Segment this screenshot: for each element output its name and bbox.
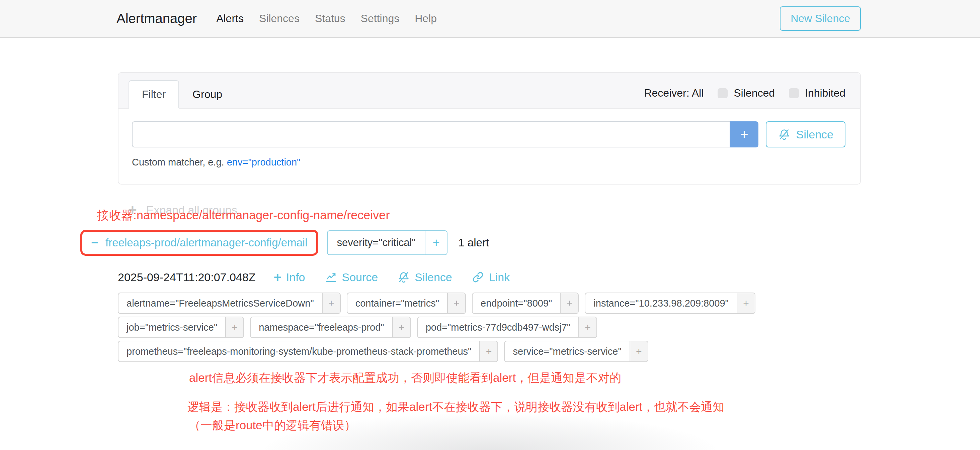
alert-groups-section: + Expand all groups 接收器:namespace/alterm… bbox=[118, 203, 861, 433]
annotation-receiver-note: 接收器:namespace/altermanager-config-name/r… bbox=[97, 207, 861, 223]
receiver-filter[interactable]: Receiver: All bbox=[644, 87, 703, 99]
tab-filter[interactable]: Filter bbox=[129, 80, 179, 109]
group-matcher-add-button[interactable]: + bbox=[425, 231, 447, 254]
filter-panel-body: + Silence Custom matcher, e.g. env="prod… bbox=[118, 109, 860, 184]
label-tag: endpoint="8009" + bbox=[472, 293, 579, 314]
info-action-label: Info bbox=[286, 271, 305, 284]
label-text[interactable]: job="metrics-service" bbox=[118, 317, 225, 338]
receiver-group-name: freeleaps-prod/alertmanager-config/email bbox=[105, 236, 307, 249]
link-icon bbox=[472, 271, 484, 284]
silence-action-label: Silence bbox=[415, 271, 452, 284]
nav-item-status[interactable]: Status bbox=[315, 13, 345, 25]
silenced-checkbox[interactable]: Silenced bbox=[718, 87, 775, 99]
bell-slash-icon bbox=[778, 128, 791, 141]
annotation-logic-note-line2: （一般是route中的逻辑有错误） bbox=[189, 418, 861, 433]
silence-button-label: Silence bbox=[796, 128, 834, 141]
annotation-alert-note: alert信息必须在接收器下才表示配置成功，否则即使能看到alert，但是通知是… bbox=[189, 370, 861, 386]
silence-from-filter-button[interactable]: Silence bbox=[766, 121, 845, 147]
alert-detail: 2025-09-24T11:20:07.048Z + Info Source bbox=[118, 271, 861, 433]
alert-group-row: − freeleaps-prod/alertmanager-config/ema… bbox=[80, 230, 861, 256]
label-add-button[interactable]: + bbox=[630, 341, 648, 361]
matcher-row: + Silence bbox=[132, 121, 845, 147]
label-add-button[interactable]: + bbox=[447, 293, 465, 313]
navbar: Alertmanager Alerts Silences Status Sett… bbox=[0, 0, 980, 38]
label-tag: alertname="FreeleapsMetricsServiceDown" … bbox=[118, 293, 341, 314]
collapse-icon: − bbox=[91, 237, 98, 249]
source-action-label: Source bbox=[342, 271, 378, 284]
matcher-input-group: + bbox=[132, 121, 759, 147]
alert-header-row: 2025-09-24T11:20:07.048Z + Info Source bbox=[118, 271, 861, 284]
filter-panel-header: Filter Group Receiver: All Silenced Inhi… bbox=[118, 73, 860, 109]
matcher-input[interactable] bbox=[132, 121, 730, 147]
label-add-button[interactable]: + bbox=[322, 293, 340, 313]
label-tag: prometheus="freeleaps-monitoring-system/… bbox=[118, 341, 498, 362]
label-tag: job="metrics-service" + bbox=[118, 317, 244, 338]
label-add-button[interactable]: + bbox=[578, 317, 597, 338]
group-matcher-tag: severity="critical" + bbox=[327, 230, 448, 255]
tab-group[interactable]: Group bbox=[179, 80, 235, 109]
annotation-logic-note-line1: 逻辑是：接收器收到alert后进行通知，如果alert不在接收器下，说明接收器没… bbox=[188, 399, 861, 415]
app-brand[interactable]: Alertmanager bbox=[116, 11, 197, 26]
label-text[interactable]: service="metrics-service" bbox=[505, 341, 629, 361]
filter-tabs: Filter Group bbox=[129, 80, 235, 108]
alert-count: 1 alert bbox=[458, 236, 489, 249]
new-silence-button[interactable]: New Silence bbox=[780, 6, 861, 31]
label-add-button[interactable]: + bbox=[560, 293, 578, 313]
filter-options: Receiver: All Silenced Inhibited bbox=[644, 87, 845, 108]
matcher-hint: Custom matcher, e.g. env="production" bbox=[132, 157, 845, 168]
alert-timestamp: 2025-09-24T11:20:07.048Z bbox=[118, 271, 255, 284]
filter-panel: Filter Group Receiver: All Silenced Inhi… bbox=[118, 72, 861, 185]
bell-slash-icon bbox=[397, 271, 410, 284]
label-add-button[interactable]: + bbox=[737, 293, 755, 313]
label-tag: instance="10.233.98.209:8009" + bbox=[585, 293, 756, 314]
silenced-label: Silenced bbox=[733, 87, 775, 99]
alert-labels: alertname="FreeleapsMetricsServiceDown" … bbox=[118, 293, 861, 362]
label-add-button[interactable]: + bbox=[225, 317, 243, 338]
hint-example-link[interactable]: env="production" bbox=[227, 157, 301, 168]
add-matcher-button[interactable]: + bbox=[730, 121, 759, 147]
label-text[interactable]: alertname="FreeleapsMetricsServiceDown" bbox=[118, 293, 322, 313]
nav-item-help[interactable]: Help bbox=[415, 13, 437, 25]
silence-action[interactable]: Silence bbox=[397, 271, 452, 284]
label-text[interactable]: container="metrics" bbox=[347, 293, 447, 313]
hint-text: Custom matcher, e.g. bbox=[132, 157, 224, 168]
label-add-button[interactable]: + bbox=[479, 341, 497, 361]
nav-item-alerts[interactable]: Alerts bbox=[216, 13, 243, 25]
label-tag: namespace="freeleaps-prod" + bbox=[250, 317, 410, 338]
chart-icon bbox=[325, 271, 337, 284]
info-action[interactable]: + Info bbox=[274, 271, 305, 284]
checkbox-box-icon[interactable] bbox=[789, 88, 799, 98]
inhibited-label: Inhibited bbox=[805, 87, 845, 99]
source-action[interactable]: Source bbox=[325, 271, 378, 284]
receiver-group-toggle[interactable]: − freeleaps-prod/alertmanager-config/ema… bbox=[88, 235, 310, 251]
plus-icon: + bbox=[274, 271, 281, 284]
label-text[interactable]: pod="metrics-77d9cdb497-wdsj7" bbox=[418, 317, 578, 338]
inhibited-checkbox[interactable]: Inhibited bbox=[789, 87, 845, 99]
nav-item-settings[interactable]: Settings bbox=[361, 13, 399, 25]
link-action-label: Link bbox=[489, 271, 510, 284]
label-text[interactable]: namespace="freeleaps-prod" bbox=[251, 317, 392, 338]
label-text[interactable]: prometheus="freeleaps-monitoring-system/… bbox=[118, 341, 479, 361]
checkbox-box-icon[interactable] bbox=[718, 88, 728, 98]
label-add-button[interactable]: + bbox=[392, 317, 410, 338]
label-text[interactable]: instance="10.233.98.209:8009" bbox=[585, 293, 737, 313]
nav-links: Alertmanager Alerts Silences Status Sett… bbox=[116, 11, 452, 26]
main-content: Filter Group Receiver: All Silenced Inhi… bbox=[118, 72, 861, 433]
annotation-highlight-box: − freeleaps-prod/alertmanager-config/ema… bbox=[80, 230, 318, 256]
group-matcher-label: severity="critical" bbox=[328, 231, 425, 254]
nav-item-silences[interactable]: Silences bbox=[259, 13, 299, 25]
label-tag: service="metrics-service" + bbox=[504, 341, 648, 362]
label-tag: container="metrics" + bbox=[347, 293, 466, 314]
link-action[interactable]: Link bbox=[472, 271, 510, 284]
label-text[interactable]: endpoint="8009" bbox=[473, 293, 560, 313]
label-tag: pod="metrics-77d9cdb497-wdsj7" + bbox=[417, 317, 597, 338]
